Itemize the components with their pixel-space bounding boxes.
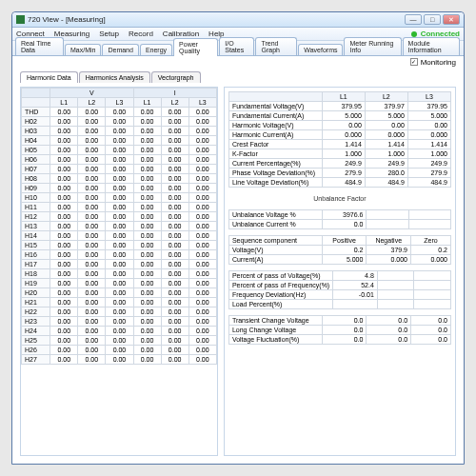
titlebar: 720 View - [Measuring] — □ ✕ <box>12 12 464 28</box>
main-tab[interactable]: Max/Min <box>65 44 101 55</box>
close-button[interactable]: ✕ <box>443 14 460 25</box>
main-tab[interactable]: I/O States <box>219 37 254 55</box>
percent-table: Percent of pass of Voltage(%)4.8Percent … <box>228 270 451 309</box>
main-tabstrip: Real Time DataMax/MinDemandEnergyPower Q… <box>12 41 464 56</box>
main-tab[interactable]: Trend Graph <box>255 37 297 55</box>
monitoring-label: Monitoring <box>421 58 456 67</box>
main-tab[interactable]: Meter Running Info <box>344 37 401 55</box>
status-dot-icon <box>411 31 417 37</box>
main-tab[interactable]: Module Information <box>403 37 460 55</box>
transient-table: Transient Change Voltage0.00.00.0Long Ch… <box>228 315 451 345</box>
main-tab[interactable]: Waveforms <box>298 44 343 55</box>
minimize-button[interactable]: — <box>405 14 422 25</box>
monitoring-checkbox[interactable]: ✓ <box>410 58 418 66</box>
sub-tab[interactable]: Vectorgraph <box>151 71 201 83</box>
menu-calibration[interactable]: Calibration <box>163 30 199 38</box>
main-tab[interactable]: Real Time Data <box>15 37 64 55</box>
main-tab[interactable]: Power Quality <box>173 38 218 56</box>
sequence-table: Sequence componentPositiveNegativeZeroVo… <box>228 235 451 265</box>
harmonic-table: VIL1L2L3L1L2L3THD0.000.000.000.000.000.0… <box>21 88 217 365</box>
sub-tab[interactable]: Harmonic Data <box>20 71 78 83</box>
app-window: 720 View - [Measuring] — □ ✕ Connect Mea… <box>11 11 465 465</box>
sub-tabstrip: Harmonic DataHarmonics AnalysisVectorgra… <box>12 69 464 83</box>
window-title: 720 View - [Measuring] <box>28 15 405 24</box>
menu-record[interactable]: Record <box>129 30 153 38</box>
main-tab[interactable]: Demand <box>102 44 138 55</box>
harmonic-table-panel: VIL1L2L3L1L2L3THD0.000.000.000.000.000.0… <box>20 87 218 456</box>
main-tab[interactable]: Energy <box>140 44 172 55</box>
app-icon <box>16 15 25 24</box>
menu-setup[interactable]: Setup <box>99 30 119 38</box>
fundamental-table: L1L2L3Fundamental Voltage(V)379.95379.97… <box>228 91 451 188</box>
unbalance-table: Unbalance Voltage %3976.6Unbalance Curre… <box>228 209 451 229</box>
sub-tab[interactable]: Harmonics Analysis <box>79 71 150 83</box>
summary-panel: L1L2L3Fundamental Voltage(V)379.95379.97… <box>224 87 456 456</box>
unbalance-title: Unbalance Factor <box>228 193 451 204</box>
maximize-button[interactable]: □ <box>424 14 441 25</box>
